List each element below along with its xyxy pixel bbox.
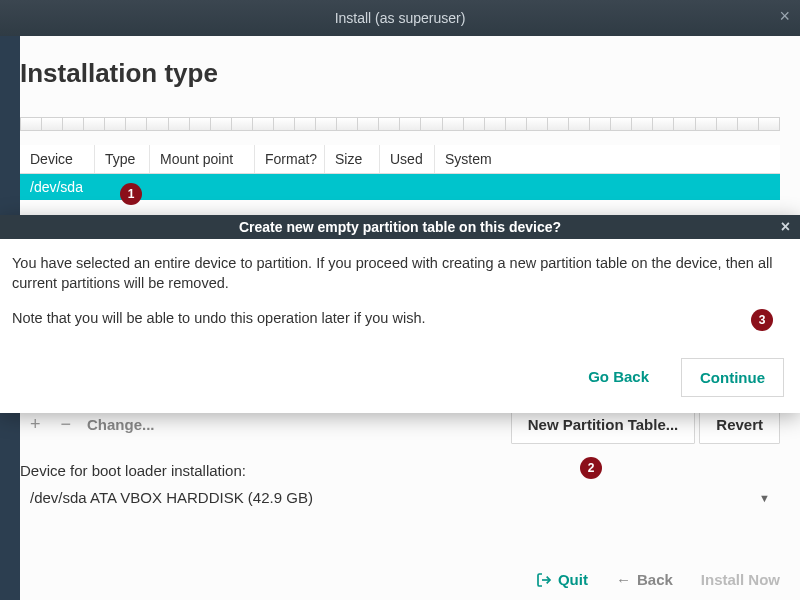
arrow-left-icon: ← [616,571,631,588]
close-icon[interactable]: × [781,218,790,236]
page-title: Installation type [20,58,800,89]
annotation-badge-2: 2 [580,457,602,479]
close-icon[interactable]: × [779,7,790,25]
bootloader-select[interactable]: /dev/sda ATA VBOX HARDDISK (42.9 GB) ▼ [20,479,780,516]
th-device[interactable]: Device [20,145,95,173]
go-back-button[interactable]: Go Back [584,358,653,397]
titlebar: Install (as superuser) × [0,0,800,36]
window: Install (as superuser) × Installation ty… [0,0,800,600]
th-system[interactable]: System [435,145,780,173]
th-mount[interactable]: Mount point [150,145,255,173]
add-icon[interactable]: + [20,408,51,441]
th-type[interactable]: Type [95,145,150,173]
quit-button[interactable]: Quit [536,571,588,588]
dialog-text-1: You have selected an entire device to pa… [12,253,788,294]
install-now-button: Install Now [701,571,780,588]
window-title: Install (as superuser) [335,10,466,26]
bootloader-value: /dev/sda ATA VBOX HARDDISK (42.9 GB) [30,489,313,506]
back-label: Back [637,571,673,588]
bootloader-label: Device for boot loader installation: [20,462,800,479]
dialog-body: You have selected an entire device to pa… [0,239,800,352]
confirm-dialog: Create new empty partition table on this… [0,215,800,413]
cell-device: /dev/sda [30,179,83,195]
th-size[interactable]: Size [325,145,380,173]
dialog-text-2: Note that you will be able to undo this … [12,308,788,328]
annotation-badge-3: 3 [751,309,773,331]
dialog-actions: Go Back Continue [0,352,800,413]
quit-icon [536,572,552,588]
th-used[interactable]: Used [380,145,435,173]
dialog-titlebar: Create new empty partition table on this… [0,215,800,239]
th-format[interactable]: Format? [255,145,325,173]
quit-label: Quit [558,571,588,588]
back-button[interactable]: ← Back [616,571,673,588]
table-header: Device Type Mount point Format? Size Use… [20,145,780,174]
footer: Quit ← Back Install Now [536,571,780,588]
remove-icon[interactable]: − [51,408,82,441]
dialog-title: Create new empty partition table on this… [239,219,561,235]
change-button[interactable]: Change... [81,410,161,439]
chevron-down-icon: ▼ [759,492,770,504]
annotation-badge-1: 1 [120,183,142,205]
disk-usage-bar [20,117,780,131]
continue-button[interactable]: Continue [681,358,784,397]
